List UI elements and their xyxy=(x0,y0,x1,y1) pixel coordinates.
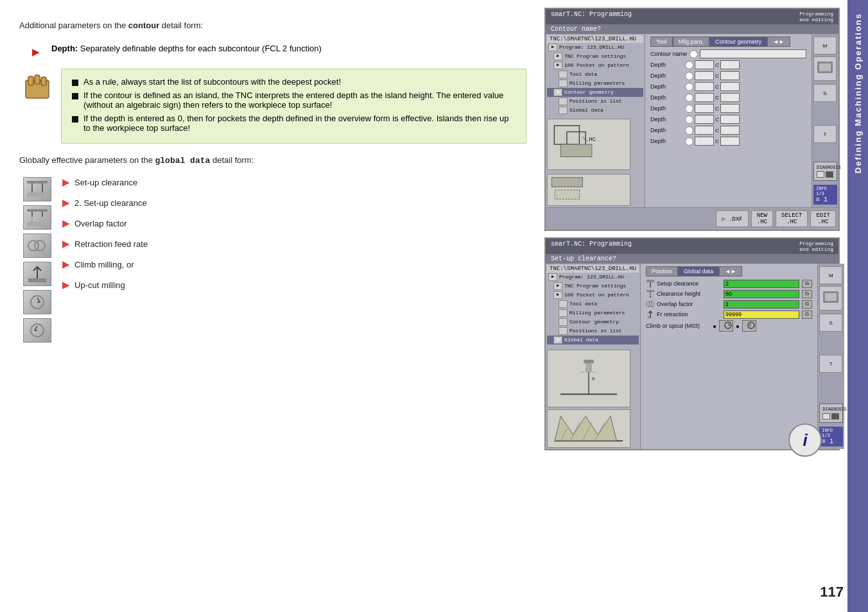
depth-field-3[interactable] xyxy=(695,82,714,91)
depth-row-7: Depth C xyxy=(650,126,806,135)
depth-c-field-4[interactable] xyxy=(720,93,740,102)
tree-item-7[interactable]: Positions in list xyxy=(547,97,643,106)
tree-icon-2: ▶ xyxy=(553,53,562,60)
tree-item-8[interactable]: Global data xyxy=(547,106,643,115)
contour-radio-1[interactable] xyxy=(690,50,698,58)
depth-field-2[interactable] xyxy=(695,71,714,80)
info-i-letter: i xyxy=(803,430,807,450)
p2-tab-arrows[interactable]: ◄► xyxy=(719,266,742,276)
p2-tree-5[interactable]: Milling parameters xyxy=(547,309,639,318)
bullet-2-setup: ▶ 2. Set-up clearance xyxy=(62,198,148,208)
depth-radio-8[interactable] xyxy=(685,137,693,146)
depth-c-field-3[interactable] xyxy=(720,82,740,91)
p2-climb-img-btn2[interactable] xyxy=(742,320,756,332)
depth-radio-4[interactable] xyxy=(685,94,693,102)
p2-tree-7[interactable]: Positions in list xyxy=(547,327,639,336)
depth-c-field-8[interactable] xyxy=(720,137,740,146)
panel1-btn-s[interactable]: S xyxy=(813,84,837,102)
panel2-tape-icon xyxy=(819,286,842,310)
tip-item-3: If the depth is entered as 0, then for p… xyxy=(72,114,516,133)
tab-tool[interactable]: Tool xyxy=(650,37,673,47)
depth-row-3: Depth C xyxy=(650,82,806,91)
tree-item-4[interactable]: Tool data xyxy=(547,70,643,79)
depth-field-8[interactable] xyxy=(695,137,714,146)
depth-field-1[interactable] xyxy=(695,60,714,69)
depth-radio-7[interactable] xyxy=(685,126,693,135)
depth-field-6[interactable] xyxy=(695,115,714,124)
tree-item-6[interactable]: ● Contour geometry xyxy=(547,88,643,97)
tree-item-3[interactable]: ▶ 100 Pocket on pattern xyxy=(547,61,643,70)
tab-arrows[interactable]: ◄► xyxy=(767,37,790,47)
btn-new-hc[interactable]: NEW.HC xyxy=(751,210,773,227)
p2-setup-g-btn[interactable]: G xyxy=(802,280,812,288)
bullet-text-6: Up-cut milling xyxy=(74,280,125,290)
p2-retraction-g-btn[interactable]: G xyxy=(802,310,812,319)
p2-tree-4[interactable]: Tool data xyxy=(547,300,639,309)
tip-item-2: If the contour is defined as an island, … xyxy=(72,90,516,110)
p2-clearance-input[interactable] xyxy=(724,290,799,298)
depth-field-7[interactable] xyxy=(695,126,714,135)
tree-item-1[interactable]: ▶ Program: 123_DRILL.HU xyxy=(547,43,643,52)
panel2-btn-t[interactable]: T xyxy=(819,355,842,373)
depth-c-field-6[interactable] xyxy=(720,115,740,124)
btn-edit-hc[interactable]: EDIT.HC xyxy=(810,210,836,227)
panel1-info-label: INFO 1/3 xyxy=(816,186,835,196)
icon-upcut xyxy=(23,318,51,343)
p2-setup-input[interactable] xyxy=(724,280,799,288)
depth-c-field-1[interactable] xyxy=(720,60,740,69)
p2-tree-icon-2: ▶ xyxy=(553,282,562,290)
p2-tab-global[interactable]: Global data xyxy=(678,266,719,276)
p2-overlap-g-btn[interactable]: G xyxy=(802,300,812,309)
panel2-btn-m[interactable]: M xyxy=(819,266,842,284)
svg-text:Fr: Fr xyxy=(648,316,651,319)
btn-edit-label: EDIT.HC xyxy=(816,212,830,225)
tip-item-1: As a rule, always start the list of subc… xyxy=(72,77,516,87)
page-number-area: 117 xyxy=(820,584,844,600)
depth-field-5[interactable] xyxy=(695,104,714,113)
panel2-tree: TNC:\SMARTNC\123_DRILL.HU ▶ Program: 123… xyxy=(546,264,641,449)
p2-retraction-input[interactable] xyxy=(724,310,799,319)
depth-field-4[interactable] xyxy=(695,93,714,102)
p2-tree-6[interactable]: Contour geometry xyxy=(547,318,639,327)
p2-tree-1[interactable]: ▶ Program: 123_DRILL.HU xyxy=(547,273,639,282)
btn-select-hc[interactable]: SELECT.HC xyxy=(776,210,808,227)
depth-section: ▶ Depth: Separately definable depths for… xyxy=(19,44,526,57)
depth-radio-6[interactable] xyxy=(685,115,693,124)
p2-clearance-g-btn[interactable]: G xyxy=(802,290,812,298)
depth-row-2: Depth C xyxy=(650,71,806,80)
p2-tree-3[interactable]: ▶ 100 Pocket on pattern xyxy=(547,291,639,300)
icon-setup-clearance xyxy=(23,177,51,201)
depth-c-field-2[interactable] xyxy=(720,71,740,80)
icon-climb xyxy=(23,290,51,314)
depth-radio-1[interactable] xyxy=(685,61,693,69)
p2-field-climb: Climb or upcut (M03) ● ● xyxy=(646,320,812,332)
depth-radio-2[interactable] xyxy=(685,72,693,80)
depth-radio-3[interactable] xyxy=(685,83,693,91)
panel2-btn-s[interactable]: S xyxy=(819,314,842,332)
p2-tree-icon-6 xyxy=(559,318,568,326)
svg-rect-12 xyxy=(27,222,48,226)
p2-tree-2[interactable]: ▶ TNC Program settings xyxy=(547,282,639,291)
panel2-tabs: Position Global data ◄► xyxy=(646,266,812,276)
p2-tree-8[interactable]: ● Global data xyxy=(547,336,639,344)
tree-item-2[interactable]: ▶ TNC Program settings xyxy=(547,52,643,61)
p2-overlap-input[interactable] xyxy=(724,300,799,309)
panel2-info-icon: ≡ 1 xyxy=(822,438,840,445)
p2-tree-label-2: TNC Program settings xyxy=(564,282,626,289)
contour-name-field[interactable] xyxy=(700,49,806,58)
tree-label-3: 100 Pocket on pattern xyxy=(564,62,629,69)
panel1-btn-m[interactable]: M xyxy=(813,37,837,55)
tree-item-5[interactable]: Milling parameters xyxy=(547,79,643,88)
depth-c-field-5[interactable] xyxy=(720,104,740,113)
depth-c-field-7[interactable] xyxy=(720,126,740,135)
panel1-btn-t[interactable]: T xyxy=(813,125,837,143)
tab-mllgpara[interactable]: Mllg.para. xyxy=(673,37,710,47)
p2-tab-position[interactable]: Position xyxy=(646,266,678,276)
panel2-subheader: Set-up clearance? xyxy=(546,254,838,264)
btn-show-dxf[interactable]: ▷ .DXF xyxy=(716,210,748,227)
intro-paragraph: Additional parameters on the contour det… xyxy=(19,19,526,32)
tab-contour-geom[interactable]: Contour geometry xyxy=(709,37,767,47)
p2-climb-img-btn1[interactable] xyxy=(719,320,733,332)
upcut-small-svg xyxy=(745,321,757,330)
depth-radio-5[interactable] xyxy=(685,105,693,113)
